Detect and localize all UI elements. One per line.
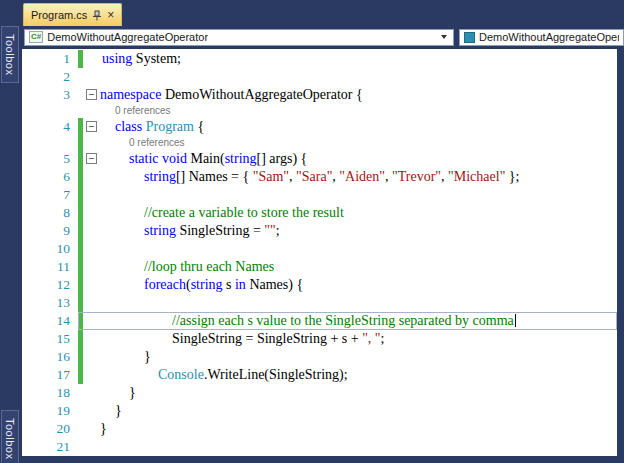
code-token: Names) { bbox=[246, 277, 303, 292]
project-dropdown[interactable]: C# DemoWithoutAggregateOperator bbox=[24, 29, 454, 46]
line-number: 15 bbox=[22, 330, 78, 348]
line-body: //create a variable to store the result bbox=[78, 204, 617, 222]
chevron-down-icon bbox=[441, 35, 447, 39]
code-token: class bbox=[115, 119, 142, 134]
pin-icon[interactable] bbox=[92, 10, 102, 21]
code-token: { bbox=[194, 119, 204, 134]
change-bar bbox=[78, 222, 83, 240]
code-token: [] args) { bbox=[257, 151, 308, 166]
code-line: 5−static void Main(string[] args) { bbox=[22, 150, 617, 168]
code-text[interactable]: } bbox=[100, 402, 122, 420]
code-token: //assign each s value to the SingleStrin… bbox=[172, 313, 514, 328]
line-body: foreach(string s in Names) { bbox=[78, 276, 617, 294]
member-dropdown[interactable]: DemoWithoutAggregateOperato bbox=[459, 29, 624, 46]
outlining-margin bbox=[86, 136, 100, 150]
change-bar bbox=[78, 312, 83, 330]
code-token: ; bbox=[276, 223, 280, 238]
line-body: //assign each s value to the SingleStrin… bbox=[78, 312, 617, 330]
line-body: } bbox=[78, 402, 617, 420]
outlining-margin bbox=[86, 222, 100, 240]
change-bar bbox=[78, 150, 83, 168]
collapse-icon[interactable]: − bbox=[86, 153, 97, 164]
code-text[interactable]: static void Main(string[] args) { bbox=[100, 150, 307, 168]
code-text[interactable]: SingleString = SingleString + s + ", "; bbox=[100, 330, 384, 348]
visual-studio-window: Toolbox Toolbox Program.cs × C# DemoWith bbox=[0, 0, 624, 463]
code-line: 13 bbox=[22, 294, 617, 312]
code-text[interactable]: //loop thru each Names bbox=[100, 258, 274, 276]
change-bar bbox=[78, 348, 83, 366]
line-body: } bbox=[78, 420, 617, 438]
code-line: 10 bbox=[22, 240, 617, 258]
code-token: }; bbox=[505, 169, 519, 184]
line-number bbox=[22, 104, 78, 118]
code-text[interactable]: class Program { bbox=[100, 118, 204, 136]
code-text[interactable]: foreach(string s in Names) { bbox=[100, 276, 303, 294]
line-number: 14 bbox=[22, 312, 78, 330]
tab-label: Program.cs bbox=[31, 9, 87, 21]
code-text[interactable]: Console.WriteLine(SingleString); bbox=[100, 366, 348, 384]
outlining-margin bbox=[86, 68, 100, 86]
code-token: string bbox=[191, 277, 223, 292]
outlining-margin bbox=[86, 104, 100, 118]
code-line: 2 bbox=[22, 68, 617, 86]
line-body bbox=[78, 438, 617, 456]
outlining-margin: − bbox=[86, 118, 100, 136]
outlining-margin bbox=[86, 420, 100, 438]
code-token: "Sam" bbox=[253, 169, 289, 184]
change-bar bbox=[78, 258, 83, 276]
codelens-label[interactable]: 0 references bbox=[100, 104, 171, 118]
code-text[interactable]: //assign each s value to the SingleStrin… bbox=[100, 312, 516, 330]
line-number: 4 bbox=[22, 118, 78, 136]
code-token: } bbox=[144, 349, 151, 364]
outlining-margin bbox=[86, 276, 100, 294]
line-body: string[] Names = { "Sam", "Sara", "Aiden… bbox=[78, 168, 617, 186]
code-text[interactable]: using System; bbox=[100, 50, 181, 68]
code-token: } bbox=[129, 385, 136, 400]
type-icon bbox=[464, 32, 475, 43]
toolbox-tab[interactable]: Toolbox bbox=[1, 26, 19, 83]
tab-program-cs[interactable]: Program.cs × bbox=[23, 3, 122, 26]
code-line: 4−class Program { bbox=[22, 118, 617, 136]
change-bar bbox=[78, 136, 83, 150]
code-text[interactable]: string SingleString = ""; bbox=[100, 222, 280, 240]
code-token: [] Names = { bbox=[176, 169, 253, 184]
code-line: 18} bbox=[22, 384, 617, 402]
change-bar-empty bbox=[78, 104, 83, 118]
code-text[interactable]: } bbox=[100, 420, 107, 438]
outlining-margin bbox=[86, 438, 100, 456]
code-text[interactable]: string[] Names = { "Sam", "Sara", "Aiden… bbox=[100, 168, 519, 186]
toolbox-tab-bottom[interactable]: Toolbox bbox=[1, 410, 19, 463]
document-area: Program.cs × C# DemoWithoutAggregateOper… bbox=[22, 0, 624, 463]
code-text[interactable]: namespace DemoWithoutAggregateOperator { bbox=[100, 86, 363, 104]
line-body: //loop thru each Names bbox=[78, 258, 617, 276]
line-body bbox=[78, 240, 617, 258]
text-caret bbox=[515, 314, 516, 327]
code-line: 9string SingleString = ""; bbox=[22, 222, 617, 240]
code-line: 3−namespace DemoWithoutAggregateOperator… bbox=[22, 86, 617, 104]
code-token: Main( bbox=[187, 151, 225, 166]
code-token: , bbox=[289, 169, 296, 184]
code-token: in bbox=[235, 277, 246, 292]
line-number: 8 bbox=[22, 204, 78, 222]
line-number: 20 bbox=[22, 420, 78, 438]
line-body bbox=[78, 68, 617, 86]
outlining-margin bbox=[86, 240, 100, 258]
code-token: "Sara" bbox=[296, 169, 332, 184]
code-area[interactable]: 1using System;23−namespace DemoWithoutAg… bbox=[22, 49, 617, 456]
line-body bbox=[78, 294, 617, 312]
code-text[interactable]: //create a variable to store the result bbox=[100, 204, 344, 222]
codelens-label[interactable]: 0 references bbox=[100, 136, 185, 150]
line-body bbox=[78, 186, 617, 204]
code-token: DemoWithoutAggregateOperator { bbox=[161, 87, 362, 102]
code-token: .WriteLine(SingleString); bbox=[204, 367, 348, 382]
close-icon[interactable]: × bbox=[107, 10, 114, 20]
code-text[interactable]: } bbox=[100, 348, 151, 366]
collapse-icon[interactable]: − bbox=[86, 121, 97, 132]
outlining-margin: − bbox=[86, 150, 100, 168]
line-number: 5 bbox=[22, 150, 78, 168]
collapse-icon[interactable]: − bbox=[86, 89, 97, 100]
change-bar bbox=[78, 204, 83, 222]
code-token: , bbox=[385, 169, 392, 184]
code-token: //create a variable to store the result bbox=[144, 205, 344, 220]
code-text[interactable]: } bbox=[100, 384, 136, 402]
